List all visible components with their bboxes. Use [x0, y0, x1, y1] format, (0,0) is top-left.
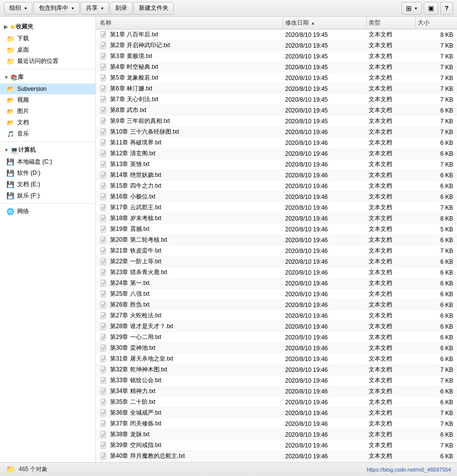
- sidebar-item-entertainment-f[interactable]: 💾 娱乐 (F:): [0, 190, 95, 201]
- library-header[interactable]: ▼ 📚 库: [0, 71, 95, 84]
- sidebar-item-recent[interactable]: 📁 最近访问的位置: [0, 56, 95, 67]
- col-type[interactable]: 类型: [367, 17, 416, 29]
- table-row[interactable]: 第5章 龙象般若.txt2020/8/10 19:45文本文档7 KB: [96, 73, 457, 84]
- col-size[interactable]: 大小: [416, 17, 455, 29]
- file-modified-cell: 2020/8/10 19:46: [283, 431, 367, 438]
- sidebar-item-photo[interactable]: 📂 图片: [0, 106, 95, 117]
- sidebar-item-doc[interactable]: 📂 文档: [0, 117, 95, 128]
- file-size-cell: 6 KB: [416, 302, 455, 308]
- table-row[interactable]: 第11章 再破境界.txt2020/8/10 19:46文本文档6 KB: [96, 138, 457, 148]
- file-name: 第24章 第一.txt: [110, 279, 150, 287]
- file-size-cell: 7 KB: [416, 42, 455, 49]
- local-c-icon: 💾: [6, 158, 15, 166]
- organize-label: 组织: [9, 4, 21, 12]
- table-row[interactable]: 第40章 拜月魔教的总舵主.txt2020/8/10 19:46文本文档6 KB: [96, 451, 457, 462]
- table-row[interactable]: 第3章 黄极境.txt2020/8/10 19:45文本文档7 KB: [96, 51, 457, 62]
- include-library-button[interactable]: 包含到库中 ▾: [33, 2, 80, 15]
- table-row[interactable]: 第28章 谁才是天才？.txt2020/8/10 19:46文本文档6 KB: [96, 321, 457, 332]
- share-button[interactable]: 共享 ▾: [81, 2, 109, 15]
- table-row[interactable]: 第32章 乾坤神木图.txt2020/8/10 19:46文本文档7 KB: [96, 364, 457, 375]
- txt-file-icon: [100, 355, 108, 363]
- file-modified-cell: 2020/8/10 19:46: [283, 280, 367, 287]
- file-modified-cell: 2020/8/10 19:46: [283, 150, 367, 157]
- file-name: 第36章 全城戒严.txt: [110, 409, 161, 417]
- sidebar-item-music[interactable]: 🎵 音乐: [0, 128, 95, 140]
- table-row[interactable]: 第13章 英雏.txt2020/8/10 19:46文本文档7 KB: [96, 159, 457, 170]
- sidebar-item-network[interactable]: 🌐 网络: [0, 206, 95, 217]
- table-row[interactable]: 第1章 八百年后.txt2020/8/10 19:45文本文档8 KB: [96, 29, 457, 40]
- table-row[interactable]: 第7章 天心剑法.txt2020/8/10 19:45文本文档7 KB: [96, 94, 457, 105]
- file-modified-cell: 2020/8/10 19:46: [283, 172, 367, 179]
- file-size-cell: 7 KB: [416, 204, 455, 211]
- table-row[interactable]: 第27章 火蛇枪法.txt2020/8/10 19:46文本文档6 KB: [96, 310, 457, 321]
- file-size-cell: 6 KB: [416, 431, 455, 438]
- table-row[interactable]: 第16章 小极位.txt2020/8/10 19:46文本文档6 KB: [96, 192, 457, 202]
- new-folder-button[interactable]: 新建文件夹: [134, 2, 174, 15]
- table-row[interactable]: 第12章 清玄阁.txt2020/8/10 19:46文本文档6 KB: [96, 148, 457, 159]
- file-size-cell: 8 KB: [416, 215, 455, 222]
- sidebar-item-desktop[interactable]: 📁 桌面: [0, 44, 95, 56]
- burn-label: 刻录: [115, 4, 127, 12]
- table-row[interactable]: 第24章 第一.txt2020/8/10 19:46文本文档6 KB: [96, 278, 457, 289]
- view-grid-icon: ⊞: [406, 4, 412, 12]
- table-row[interactable]: 第10章 三十六条经脉图.txt2020/8/10 19:46文本文档7 KB: [96, 127, 457, 138]
- table-row[interactable]: 第15章 四牛之力.txt2020/8/10 19:46文本文档6 KB: [96, 181, 457, 192]
- table-row[interactable]: 第31章 屠天杀地之皇.txt2020/8/10 19:46文本文档6 KB: [96, 354, 457, 364]
- divider-1: [0, 69, 95, 69]
- favorites-header[interactable]: ▶ ★ 收藏夹: [0, 21, 95, 33]
- table-row[interactable]: 第38章 龙脉.txt2020/8/10 19:46文本文档6 KB: [96, 429, 457, 440]
- table-row[interactable]: 第23章 猎杀青火鹿.txt2020/8/10 19:46文本文档6 KB: [96, 267, 457, 278]
- file-name-cell: 第38章 龙脉.txt: [98, 430, 283, 439]
- col-name[interactable]: 名称: [98, 17, 283, 29]
- file-list[interactable]: 第1章 八百年后.txt2020/8/10 19:45文本文档8 KB 第2章 …: [96, 29, 457, 462]
- sidebar-item-software-d[interactable]: 💾 软件 (D:): [0, 168, 95, 179]
- file-modified-cell: 2020/8/10 19:45: [283, 118, 367, 125]
- view-options-button[interactable]: ⊞ ▾: [402, 2, 422, 15]
- sidebar-item-subversion[interactable]: 📂 Subversion: [0, 84, 95, 94]
- table-row[interactable]: 第19章 震撼.txt2020/8/10 19:46文本文档5 KB: [96, 224, 457, 235]
- table-row[interactable]: 第2章 开启神武印记.txt2020/8/10 19:45文本文档7 KB: [96, 40, 457, 51]
- status-folder-icon: 📁: [6, 465, 16, 474]
- txt-file-icon: [100, 301, 108, 309]
- help-button[interactable]: ?: [440, 2, 453, 15]
- file-size-cell: 6 KB: [416, 140, 455, 146]
- file-name-cell: 第11章 再破境界.txt: [98, 139, 283, 147]
- computer-header[interactable]: ▼ 💻 计算机: [0, 144, 95, 156]
- table-row[interactable]: 第37章 闭关修炼.txt2020/8/10 19:46文本文档7 KB: [96, 419, 457, 429]
- table-row[interactable]: 第20章 第二轮考核.txt2020/8/10 19:46文本文档6 KB: [96, 235, 457, 246]
- table-row[interactable]: 第21章 铁皮蛮牛.txt2020/8/10 19:46文本文档7 KB: [96, 246, 457, 256]
- table-row[interactable]: 第14章 绝世妖娆.txt2020/8/10 19:46文本文档6 KB: [96, 170, 457, 181]
- table-row[interactable]: 第29章 一心二用.txt2020/8/10 19:46文本文档6 KB: [96, 332, 457, 343]
- file-name: 第19章 震撼.txt: [110, 225, 150, 233]
- doc-label: 文档: [17, 118, 29, 127]
- table-row[interactable]: 第22章 一阶上等.txt2020/8/10 19:46文本文档6 KB: [96, 256, 457, 267]
- sidebar-item-local-c[interactable]: 💾 本地磁盘 (C:): [0, 156, 95, 168]
- table-row[interactable]: 第8章 武市.txt2020/8/10 19:45文本文档6 KB: [96, 105, 457, 116]
- table-row[interactable]: 第17章 云武郡王.txt2020/8/10 19:46文本文档7 KB: [96, 202, 457, 213]
- table-row[interactable]: 第18章 岁末考核.txt2020/8/10 19:46文本文档8 KB: [96, 213, 457, 224]
- sidebar-item-doc-e[interactable]: 💾 文档 (E:): [0, 179, 95, 190]
- table-row[interactable]: 第34章 精神力.txt2020/8/10 19:46文本文档6 KB: [96, 386, 457, 397]
- table-row[interactable]: 第6章 林汀姗.txt2020/8/10 19:45文本文档7 KB: [96, 84, 457, 94]
- table-row[interactable]: 第36章 全城戒严.txt2020/8/10 19:46文本文档7 KB: [96, 408, 457, 419]
- table-row[interactable]: 第35章 二十阶.txt2020/8/10 19:46文本文档6 KB: [96, 397, 457, 408]
- col-modified[interactable]: 修改日期 ▲: [283, 17, 367, 29]
- table-row[interactable]: 第33章 铭纹公会.txt2020/8/10 19:46文本文档7 KB: [96, 375, 457, 386]
- sidebar-item-video[interactable]: 📂 视频: [0, 94, 95, 106]
- favorites-group: ▶ ★ 收藏夹 📁 下载 📁 桌面 📁 最近访问的位置: [0, 21, 95, 67]
- file-type-cell: 文本文档: [367, 420, 416, 428]
- file-type-cell: 文本文档: [367, 106, 416, 114]
- recent-folder-icon: 📁: [6, 57, 15, 65]
- burn-button[interactable]: 刻录: [110, 2, 133, 15]
- table-row[interactable]: 第9章 三年前的真相.txt2020/8/10 19:45文本文档7 KB: [96, 116, 457, 127]
- file-modified-cell: 2020/8/10 19:45: [283, 64, 367, 71]
- table-row[interactable]: 第4章 时空秘典.txt2020/8/10 19:45文本文档7 KB: [96, 62, 457, 73]
- table-row[interactable]: 第26章 胜负.txt2020/8/10 19:46文本文档6 KB: [96, 300, 457, 310]
- sidebar-item-downloads[interactable]: 📁 下载: [0, 33, 95, 44]
- table-row[interactable]: 第25章 八强.txt2020/8/10 19:46文本文档6 KB: [96, 289, 457, 300]
- preview-pane-button[interactable]: ▣: [424, 2, 438, 15]
- file-size-cell: 6 KB: [416, 150, 455, 157]
- table-row[interactable]: 第39章 空间戒指.txt2020/8/10 19:46文本文档7 KB: [96, 440, 457, 451]
- organize-button[interactable]: 组织 ▾: [4, 2, 32, 15]
- table-row[interactable]: 第30章 蛮神池.txt2020/8/10 19:46文本文档6 KB: [96, 343, 457, 354]
